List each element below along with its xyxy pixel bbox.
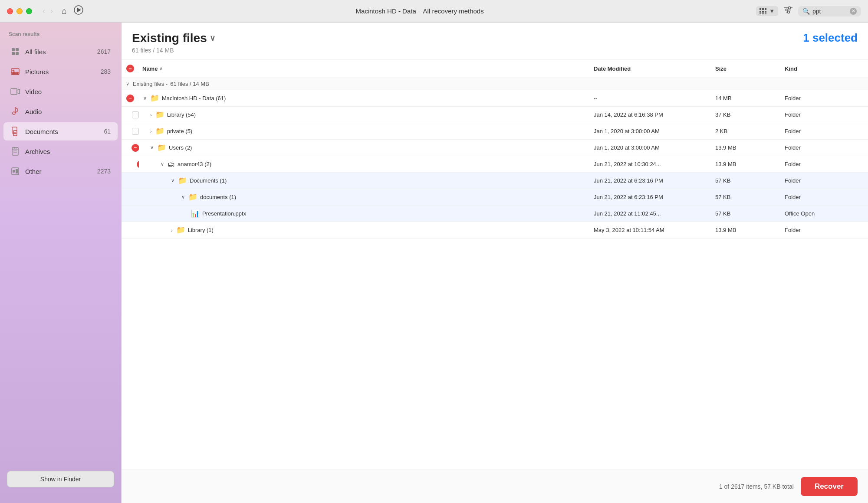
content-area: Existing files ∨ 61 files / 14 MB 1 sele…	[122, 23, 868, 503]
table-row: ∨ 📁 Documents (1) Jun 21, 2022 at 6:23:1…	[122, 173, 868, 189]
group-row-label: Existing files -	[133, 81, 168, 87]
row-name-1[interactable]: › 📁 Library (54)	[139, 108, 590, 121]
row-date-1: Jan 14, 2022 at 6:16:38 PM	[590, 110, 712, 120]
expand-btn-3[interactable]: ∨	[149, 145, 155, 150]
row-name-7[interactable]: 📊 Presentation.pptx	[139, 208, 590, 219]
folder-icon-2: 📁	[155, 127, 164, 136]
svg-rect-33	[12, 147, 18, 155]
row-checkbox-2[interactable]	[122, 126, 139, 137]
expand-btn-8[interactable]: ›	[170, 228, 174, 233]
row-size-4: 13.9 MB	[712, 159, 781, 169]
col-header-kind[interactable]: Kind	[781, 63, 868, 74]
row-name-8[interactable]: › 📁 Library (1)	[139, 224, 590, 236]
content-header: Existing files ∨ 61 files / 14 MB 1 sele…	[122, 23, 868, 59]
row-checkbox-8[interactable]	[122, 225, 139, 235]
maximize-button[interactable]	[26, 8, 32, 14]
pptx-icon-7: 📊	[191, 209, 200, 218]
filter-button[interactable]	[783, 6, 793, 16]
select-all-checkbox[interactable]	[126, 65, 134, 72]
folder-icon-1: 📁	[155, 110, 164, 119]
row-kind-5: Folder	[781, 176, 868, 186]
view-toggle[interactable]: ▼	[756, 6, 778, 16]
row-name-0[interactable]: ∨ 📁 Macintosh HD - Data (61)	[139, 92, 590, 105]
show-in-finder-button[interactable]: Show in Finder	[7, 471, 114, 487]
expand-btn-6[interactable]: ∨	[181, 194, 186, 200]
title-dropdown-arrow[interactable]: ∨	[210, 33, 215, 43]
svg-rect-25	[11, 88, 17, 95]
search-input[interactable]	[812, 8, 847, 15]
minimize-button[interactable]	[16, 8, 23, 14]
row-checkbox-0[interactable]	[122, 93, 139, 104]
forward-button[interactable]: ›	[49, 5, 55, 17]
expand-btn-0[interactable]: ∨	[142, 95, 148, 101]
row-date-2: Jan 1, 2020 at 3:00:00 AM	[590, 126, 712, 136]
svg-rect-17	[12, 48, 15, 51]
row-name-4[interactable]: ∨ 🗂 anamor43 (2)	[139, 158, 590, 170]
col-header-size[interactable]: Size	[712, 63, 781, 74]
sidebar-count-all-files: 2617	[97, 48, 111, 55]
content-title: Existing files ∨	[132, 31, 215, 45]
expand-btn-2[interactable]: ›	[149, 129, 153, 134]
home-button[interactable]: ⌂	[62, 6, 67, 16]
audio-icon	[10, 107, 20, 116]
svg-rect-19	[12, 52, 15, 55]
row-size-6: 57 KB	[712, 192, 781, 202]
back-button[interactable]: ‹	[41, 5, 47, 17]
group-expand-button[interactable]: ∨	[125, 81, 130, 87]
row-name-6[interactable]: ∨ 📁 documents (1)	[139, 191, 590, 203]
search-clear-button[interactable]: ✕	[850, 8, 857, 15]
col-header-name[interactable]: Name ∧	[139, 63, 590, 74]
row-date-8: May 3, 2022 at 10:11:54 AM	[590, 225, 712, 235]
traffic-lights	[7, 8, 32, 14]
expand-btn-5[interactable]: ∨	[170, 178, 175, 183]
row-checkbox-5[interactable]	[122, 176, 139, 186]
selected-count-label: 1 selected	[803, 31, 858, 45]
sidebar-item-archives[interactable]: Archives	[3, 142, 118, 160]
sidebar-item-all-files[interactable]: All files 2617	[3, 42, 118, 61]
row-checkbox-6[interactable]	[122, 192, 139, 203]
svg-rect-9	[762, 13, 764, 14]
row-date-3: Jan 1, 2020 at 3:00:00 AM	[590, 143, 712, 153]
sidebar-item-video[interactable]: Video	[3, 82, 118, 101]
row-kind-8: Folder	[781, 225, 868, 235]
sidebar-label-audio: Audio	[25, 108, 111, 115]
scan-button[interactable]	[74, 5, 83, 17]
video-icon	[10, 87, 20, 96]
row-kind-4: Folder	[781, 159, 868, 169]
svg-rect-4	[765, 8, 766, 10]
sidebar-label-video: Video	[25, 88, 111, 95]
expand-btn-4[interactable]: ∨	[160, 161, 165, 167]
row-checkbox-1[interactable]	[122, 110, 139, 120]
svg-marker-1	[77, 8, 81, 12]
row-checkbox-4[interactable]	[122, 159, 139, 170]
row-kind-2: Folder	[781, 126, 868, 136]
row-kind-1: Folder	[781, 110, 868, 120]
sidebar-item-other[interactable]: Other 2273	[3, 162, 118, 180]
sidebar-item-audio[interactable]: Audio	[3, 102, 118, 121]
svg-rect-10	[765, 13, 766, 14]
row-kind-0: Folder	[781, 93, 868, 103]
svg-marker-26	[17, 89, 20, 94]
folder-icon-6: 📁	[188, 193, 197, 202]
expand-btn-1[interactable]: ›	[149, 112, 153, 118]
sidebar-label-archives: Archives	[25, 148, 111, 155]
sidebar-item-documents[interactable]: Documents 61	[3, 122, 118, 140]
row-checkbox-3[interactable]	[122, 142, 139, 154]
row-kind-6: Folder	[781, 192, 868, 202]
table-row: ∨ 📁 Macintosh HD - Data (61) -- 14 MB Fo…	[122, 90, 868, 107]
close-button[interactable]	[7, 8, 13, 14]
recover-button[interactable]: Recover	[801, 477, 858, 496]
svg-rect-5	[760, 11, 761, 13]
col-header-date[interactable]: Date Modified	[590, 63, 712, 74]
bottom-bar: 1 of 2617 items, 57 KB total Recover	[122, 470, 868, 503]
row-name-5[interactable]: ∨ 📁 Documents (1)	[139, 174, 590, 187]
row-name-2[interactable]: › 📁 private (5)	[139, 125, 590, 137]
row-checkbox-7[interactable]	[122, 209, 139, 219]
row-size-1: 37 KB	[712, 110, 781, 120]
svg-rect-8	[760, 13, 761, 14]
content-subtitle: 61 files / 14 MB	[132, 47, 215, 54]
table-row: 📊 Presentation.pptx Jun 21, 2022 at 11:0…	[122, 206, 868, 222]
svg-point-16	[788, 11, 790, 13]
row-name-3[interactable]: ∨ 📁 Users (2)	[139, 141, 590, 154]
sidebar-item-pictures[interactable]: Pictures 283	[3, 62, 118, 81]
